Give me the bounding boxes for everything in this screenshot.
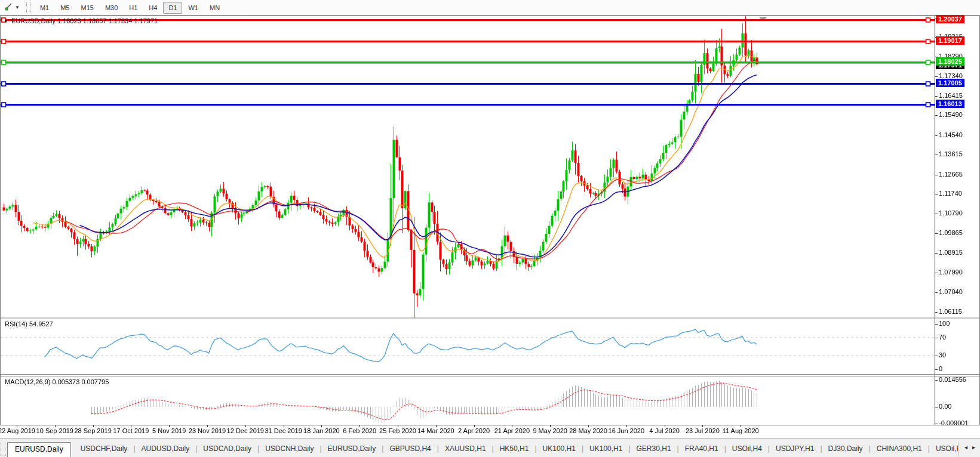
price-tick-label: 1.12665 [939, 171, 963, 178]
tab-item[interactable]: HK50,H1 [494, 442, 535, 457]
tab-item[interactable]: FRA40,H1 [679, 442, 724, 457]
price-tick-label: 1.07040 [939, 288, 963, 295]
date-label: 10 Sep 2019 [36, 427, 73, 434]
date-label: 5 Nov 2019 [152, 427, 186, 434]
date-label: 18 Jan 2020 [303, 427, 340, 434]
price-tick-label: 1.13615 [939, 150, 963, 158]
date-label: 14 Mar 2020 [417, 427, 454, 434]
date-label: 28 Sep 2019 [74, 427, 111, 434]
toolbar-grip[interactable] [26, 2, 30, 13]
date-label: 22 Aug 2019 [0, 427, 35, 434]
rsi-tick-label: 70 [939, 334, 946, 341]
date-label: 28 May 2020 [569, 427, 607, 434]
date-label: 6 Feb 2020 [343, 427, 376, 434]
macd-tick-label: -0.009001 [939, 419, 969, 427]
tab-item[interactable]: EURUSD,Daily [322, 442, 382, 457]
chart-title-text: EURUSD,Daily 1.18023 1.18057 1.17834 1.1… [11, 17, 158, 24]
tab-item[interactable]: DJ30,Daily [822, 442, 869, 457]
timeframe-button-m15[interactable]: M15 [75, 2, 99, 14]
chart-area: ▼ EURUSD,Daily 1.18023 1.18057 1.17834 1… [0, 16, 980, 438]
date-label: 23 Jul 2020 [686, 427, 720, 434]
macd-tick-label: 0.014556 [939, 376, 966, 383]
price-tick-label: 1.09865 [939, 229, 963, 236]
rsi-indicator-label: RSI(14) 54.9527 [5, 320, 53, 328]
price-tick-label: 1.08915 [939, 249, 963, 256]
chart-tabs: EURUSD,DailyUSDCHF,Daily|AUDUSD,Daily|US… [7, 439, 958, 457]
date-label: 21 Apr 2020 [494, 427, 530, 434]
tab-item-active[interactable]: EURUSD,Daily [7, 442, 71, 457]
timeframe-button-w1[interactable]: W1 [183, 2, 204, 14]
tab-item[interactable]: USDCHF,Daily [75, 442, 134, 457]
rsi-tick-label: 0 [939, 365, 942, 372]
tab-item[interactable]: UK100,H1 [537, 442, 582, 457]
timeframe-button-mn[interactable]: MN [204, 2, 225, 14]
dropdown-arrow-icon: ▼ [15, 5, 20, 10]
date-label: 31 Dec 2019 [265, 427, 302, 434]
timeframe-button-d1[interactable]: D1 [163, 2, 182, 14]
tab-item[interactable]: CHINA300,H1 [871, 442, 928, 457]
timeframe-button-m5[interactable]: M5 [55, 2, 75, 14]
hline-price-label: 1.17005 [936, 79, 964, 87]
date-label: 2 Apr 2020 [458, 427, 490, 434]
tabs-scroll-right-button[interactable]: ▸ [972, 444, 975, 450]
date-label: 9 May 2020 [533, 427, 567, 434]
hline-price-label: 1.20037 [936, 15, 964, 23]
chart-tabs-bar: EURUSD,DailyUSDCHF,Daily|AUDUSD,Daily|US… [0, 438, 980, 457]
tab-item[interactable]: GBPUSD,H4 [383, 442, 437, 457]
date-label: 4 Jul 2020 [649, 427, 680, 434]
tab-item[interactable]: USDJPY,H1 [770, 442, 820, 457]
cursor-tool-button[interactable]: ▼ [1, 0, 24, 15]
timeframe-button-h1[interactable]: H1 [124, 2, 143, 14]
tabbar-grip[interactable] [1, 443, 5, 456]
date-label: 16 Jun 2020 [609, 427, 645, 434]
hline-price-label: 1.18025 [936, 57, 964, 66]
date-label: 12 Dec 2019 [227, 427, 264, 434]
tab-item[interactable]: USDCNH,Daily [259, 442, 320, 457]
macd-indicator-label: MACD(12,26,9) 0.005373 0.007795 [5, 378, 109, 385]
price-tick-label: 1.14540 [939, 131, 963, 138]
date-label: 17 Oct 2019 [113, 427, 149, 434]
price-tick-label: 1.16415 [939, 92, 963, 99]
tabs-scroll-arrows: ◂ ▸ [958, 442, 980, 456]
tab-item[interactable]: GER30,H1 [631, 442, 677, 457]
macd-tick-label: 0.00 [939, 403, 951, 410]
toolbar: ▼ M1M5M15M30H1H4D1W1MN [0, 0, 980, 16]
tab-item[interactable]: XAUUSD,H1 [439, 442, 492, 457]
crosshair-tool-icon [4, 2, 13, 13]
price-tick-label: 1.10790 [939, 209, 963, 217]
date-label: 11 Aug 2020 [723, 427, 759, 434]
price-tick-label: 1.15490 [939, 111, 963, 118]
price-chart-canvas[interactable] [0, 16, 980, 438]
tab-item[interactable]: AUDUSD,Daily [136, 442, 196, 457]
timeframe-button-h4[interactable]: H4 [143, 2, 162, 14]
price-tick-label: 1.06115 [939, 308, 962, 315]
rsi-tick-label: 30 [939, 351, 946, 359]
hline-price-label: 1.19017 [936, 36, 964, 45]
tab-item[interactable]: USOil,H4 [726, 442, 768, 457]
rsi-tick-label: 100 [939, 320, 950, 327]
chart-title: ▼ EURUSD,Daily 1.18023 1.18057 1.17834 1… [4, 17, 158, 24]
tab-item[interactable]: USOil,H1 [930, 442, 958, 457]
tabs-scroll-left-button[interactable]: ◂ [964, 444, 967, 450]
price-tick-label: 1.07990 [939, 268, 963, 276]
mt4-window: ▼ M1M5M15M30H1H4D1W1MN ▼ EURUSD,Daily 1.… [0, 0, 980, 457]
tab-item[interactable]: USDCAD,Daily [197, 442, 257, 457]
tab-item[interactable]: UK100,H1 [583, 442, 628, 457]
timeframe-button-m30[interactable]: M30 [100, 2, 123, 14]
timeframe-toolbar: M1M5M15M30H1H4D1W1MN [35, 2, 226, 14]
date-label: 25 Feb 2020 [379, 427, 416, 434]
hline-price-label: 1.16013 [936, 100, 964, 108]
timeframe-button-m1[interactable]: M1 [35, 2, 54, 14]
symbol-dropdown-icon[interactable]: ▼ [4, 18, 8, 24]
date-label: 23 Nov 2019 [189, 427, 226, 434]
price-tick-label: 1.11740 [939, 190, 962, 197]
